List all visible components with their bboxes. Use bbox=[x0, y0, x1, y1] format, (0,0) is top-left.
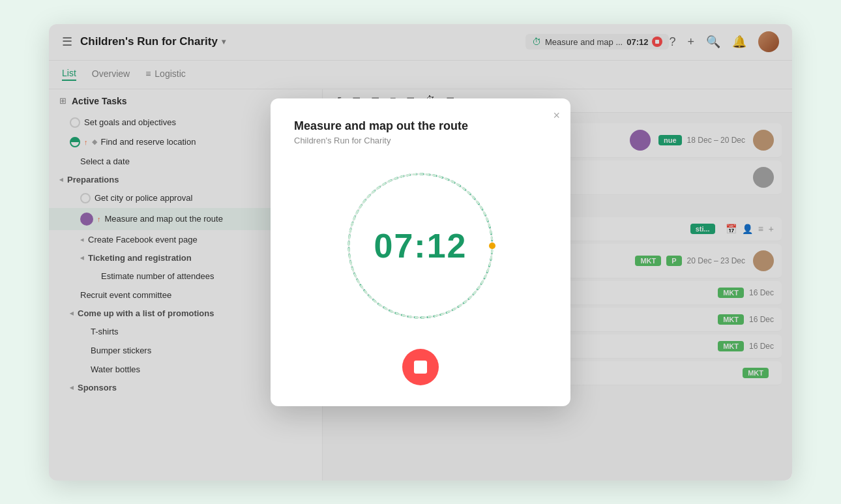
timer-circle: 07:12 bbox=[336, 161, 505, 331]
svg-point-3 bbox=[489, 243, 495, 249]
app-window: ☰ Children's Run for Charity ▾ ⏱ Measure… bbox=[49, 24, 792, 481]
timer-display: 07:12 bbox=[374, 226, 467, 265]
stop-icon bbox=[414, 361, 427, 374]
modal-overlay: Measure and map out the route Children's… bbox=[49, 24, 792, 481]
modal-close-button[interactable]: × bbox=[553, 109, 560, 123]
modal-subtitle: Children's Run for Charity bbox=[294, 136, 547, 145]
stop-timer-button[interactable] bbox=[402, 349, 439, 385]
timer-modal: Measure and map out the route Children's… bbox=[271, 98, 570, 406]
modal-header: Measure and map out the route Children's… bbox=[294, 119, 547, 145]
modal-title: Measure and map out the route bbox=[294, 119, 547, 133]
